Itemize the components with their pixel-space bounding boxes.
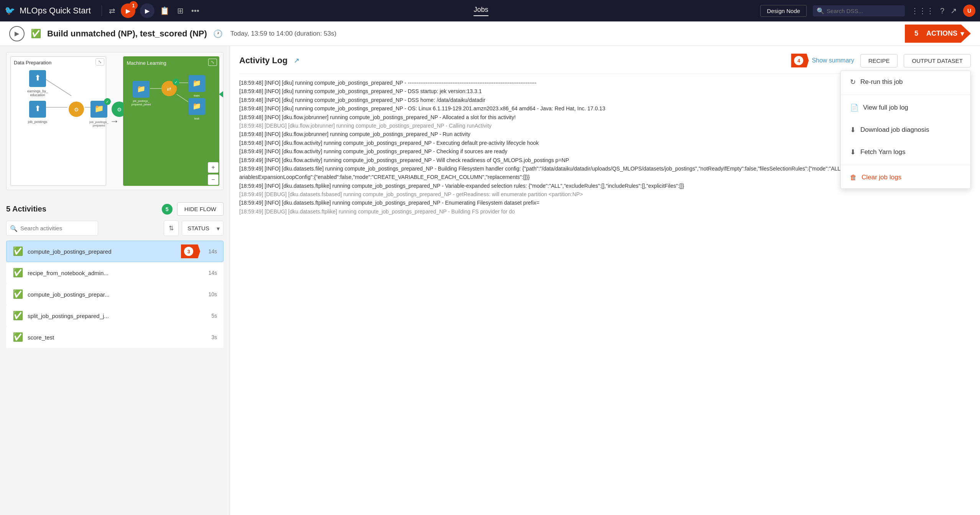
nav-run-button[interactable]: ▶ bbox=[140, 3, 155, 18]
output-dataset-tab-button[interactable]: OUTPUT DATASET bbox=[904, 54, 971, 67]
nav-right: Design Node 🔍 ⋮⋮⋮ ? ↗ U bbox=[760, 5, 975, 17]
activities-panel: 5 Activities 5 HIDE FLOW 🔍 ⇅ STATUS bbox=[0, 196, 230, 515]
log-line: [18:59:49] [DEBUG] [dku.datasets.fsbased… bbox=[239, 190, 971, 198]
fetch-yarn-label: Fetch Yarn logs bbox=[860, 148, 906, 156]
nav-more-icon[interactable]: ••• bbox=[189, 4, 202, 18]
svg-text:📁: 📁 bbox=[192, 79, 201, 87]
ml-flow-svg: 📁 job_postings_ prepared_joined ⇄ ✓ 📁 tr… bbox=[127, 67, 216, 140]
activity-name-4: score_test bbox=[28, 334, 207, 341]
dropdown-divider-2 bbox=[841, 165, 970, 165]
activity-name-0: compute_job_postings_prepared bbox=[28, 248, 204, 255]
nav-badge: 1 bbox=[129, 1, 138, 10]
activity-name-3: split_job_postings_prepared_j... bbox=[28, 313, 207, 319]
job-title: Build unmatched (NP), test_scored (NP) bbox=[47, 29, 207, 39]
svg-text:⚙: ⚙ bbox=[74, 107, 79, 113]
zoom-out-button[interactable]: − bbox=[208, 174, 219, 185]
svg-text:⬆: ⬆ bbox=[35, 74, 41, 82]
status-wrapper: STATUS bbox=[182, 221, 224, 236]
activity-check-4: ✅ bbox=[13, 332, 23, 342]
job-time-icon: 🕐 bbox=[213, 29, 223, 38]
svg-text:job_postings_: job_postings_ bbox=[89, 120, 109, 124]
ml-section: Machine Learning ⤡ 📁 job_postings_ bbox=[123, 56, 220, 186]
activity-log-external-link[interactable]: ↗ bbox=[294, 56, 299, 65]
activity-duration-0: 14s bbox=[208, 248, 217, 254]
activity-check-2: ✅ bbox=[13, 289, 23, 299]
top-nav: 🐦 MLOps Quick Start ⇄ ▶ 1 ▶ 📋 ⊞ ••• Jobs… bbox=[0, 0, 980, 21]
avatar[interactable]: U bbox=[963, 5, 975, 17]
left-panel: Data Preparation ⤡ bbox=[0, 46, 230, 515]
activities-title: 5 Activities bbox=[6, 205, 46, 213]
clear-logs-item[interactable]: 🗑 Clear job logs bbox=[841, 167, 970, 189]
svg-text:education: education bbox=[30, 93, 45, 97]
activities-search-input[interactable] bbox=[6, 221, 98, 236]
job-play-button[interactable]: ▶ bbox=[9, 26, 25, 41]
activity-check-3: ✅ bbox=[13, 311, 23, 321]
data-prep-section: Data Preparation ⤡ bbox=[10, 56, 106, 186]
activity-badge-0: 3 bbox=[181, 244, 200, 258]
show-summary-button[interactable]: Show summary bbox=[812, 57, 854, 64]
data-prep-expand-button[interactable]: ⤡ bbox=[95, 58, 104, 66]
actions-button[interactable]: 5 ACTIONS ▾ bbox=[905, 25, 971, 43]
activity-item-4[interactable]: ✅ score_test 3s bbox=[6, 326, 224, 348]
activity-log-header: Activity Log ↗ 4 Show summary RECIPE OUT… bbox=[239, 54, 971, 67]
hide-flow-button[interactable]: HIDE FLOW bbox=[177, 202, 224, 216]
app-logo: 🐦 bbox=[5, 6, 15, 16]
nav-center: Jobs bbox=[205, 6, 757, 16]
svg-text:📁: 📁 bbox=[94, 104, 104, 113]
download-icon: ⬇ bbox=[850, 126, 856, 134]
activity-list: ✅ compute_job_postings_prepared 3 14s ✅ … bbox=[6, 241, 224, 348]
activity-item-2[interactable]: ✅ compute_job_postings_prepar... 10s bbox=[6, 284, 224, 305]
activity-item-1[interactable]: ✅ recipe_from_notebook_admin... 14s bbox=[6, 262, 224, 284]
expand-icon[interactable]: ↗ bbox=[950, 6, 957, 15]
svg-text:⇄: ⇄ bbox=[167, 86, 171, 92]
filter-button[interactable]: ⇅ bbox=[164, 220, 179, 236]
activity-duration-1: 14s bbox=[208, 270, 217, 276]
download-diagnosis-item[interactable]: ⬇ Download job diagnosis bbox=[841, 119, 970, 141]
svg-text:📁: 📁 bbox=[192, 102, 201, 110]
app-title: MLOps Quick Start bbox=[20, 6, 91, 16]
zoom-in-button[interactable]: + bbox=[208, 162, 219, 173]
clear-logs-icon: 🗑 bbox=[850, 174, 857, 182]
search-wrapper: 🔍 bbox=[813, 5, 905, 16]
status-select[interactable]: STATUS bbox=[182, 221, 224, 236]
clear-logs-label: Clear job logs bbox=[862, 174, 901, 181]
activity-check-0: ✅ bbox=[13, 246, 23, 256]
log-line: [18:59:49] [INFO] [dku.datasets.ftplike]… bbox=[239, 198, 971, 207]
svg-text:job_postings: job_postings bbox=[28, 120, 48, 124]
svg-line-0 bbox=[44, 79, 71, 96]
ml-expand-button[interactable]: ⤡ bbox=[208, 59, 217, 66]
activity-arrow-badge-0: 3 bbox=[181, 244, 200, 258]
actions-label: ACTIONS bbox=[926, 30, 957, 38]
help-icon[interactable]: ? bbox=[940, 7, 944, 15]
flow-arrow: → bbox=[109, 56, 121, 186]
zoom-controls: + − bbox=[208, 162, 219, 185]
grid-icon[interactable]: ⋮⋮⋮ bbox=[911, 6, 934, 15]
activities-search-icon: 🔍 bbox=[10, 225, 18, 232]
nav-build-wrapper: ▶ 1 bbox=[121, 3, 135, 18]
actions-dropdown: ↻ Re-run this job 📄 View full job log ⬇ … bbox=[840, 71, 971, 189]
activity-step-badge-0: 3 bbox=[184, 247, 193, 256]
data-prep-label: Data Preparation bbox=[14, 60, 103, 66]
rerun-job-item[interactable]: ↻ Re-run this job bbox=[841, 71, 970, 93]
summary-step-badge: 4 bbox=[794, 56, 803, 65]
activity-item-0[interactable]: ✅ compute_job_postings_prepared 3 14s bbox=[6, 241, 224, 262]
svg-text:prepared_joined: prepared_joined bbox=[131, 103, 151, 106]
svg-text:✓: ✓ bbox=[106, 100, 109, 104]
fetch-yarn-item[interactable]: ⬇ Fetch Yarn logs bbox=[841, 141, 970, 163]
activity-duration-4: 3s bbox=[211, 334, 217, 340]
view-log-label: View full job log bbox=[863, 104, 908, 112]
dropdown-divider-1 bbox=[841, 95, 970, 95]
design-node-button[interactable]: Design Node bbox=[760, 5, 807, 17]
view-log-item[interactable]: 📄 View full job log bbox=[841, 97, 970, 119]
nav-jobs-label[interactable]: Jobs bbox=[474, 6, 488, 16]
activities-header: 5 Activities 5 HIDE FLOW bbox=[6, 202, 224, 216]
nav-table-icon[interactable]: ⊞ bbox=[175, 4, 186, 18]
search-icon: 🔍 bbox=[817, 7, 824, 15]
rerun-icon: ↻ bbox=[850, 78, 856, 86]
share-icon[interactable]: ⇄ bbox=[107, 4, 118, 18]
recipe-tab-button[interactable]: RECIPE bbox=[860, 54, 898, 67]
nav-note-icon[interactable]: 📋 bbox=[158, 4, 172, 18]
search-input[interactable] bbox=[813, 5, 905, 16]
activity-item-3[interactable]: ✅ split_job_postings_prepared_j... 5s bbox=[6, 305, 224, 326]
svg-text:⬆: ⬆ bbox=[35, 104, 41, 113]
